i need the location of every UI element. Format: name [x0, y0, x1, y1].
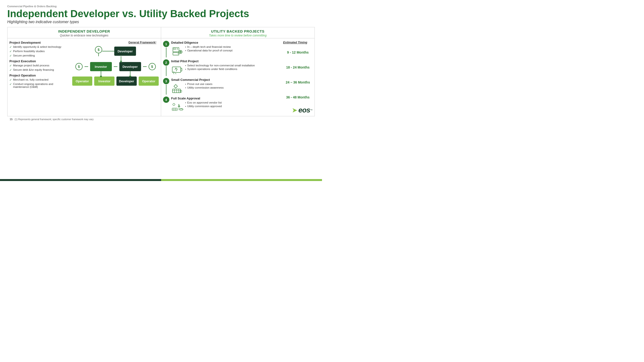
- timing-column: Estimated Timing 9 - 12 Months 18 - 24 M…: [281, 41, 312, 114]
- page-number: 15: [10, 118, 12, 121]
- section-ops-title: Project Operation: [10, 74, 70, 77]
- framework-diagram-area: General Framework¹ $ Developer: [72, 41, 159, 89]
- footer-note: (1) Represents general framework; specif…: [14, 118, 94, 121]
- stage-3-content: Small Commercial Project: [171, 78, 282, 95]
- left-col-content: Project Development Identify opportunity…: [8, 38, 161, 92]
- svg-line-45: [182, 109, 182, 109]
- timing-2: 18 - 24 Months: [286, 65, 310, 69]
- svg-rect-10: [181, 68, 182, 71]
- framework-title: General Framework¹: [128, 41, 156, 44]
- bottom-bar-light: [161, 179, 322, 181]
- developer-box-bottom: Developer: [116, 76, 137, 86]
- check-item-1: Identify opportunity & select technology: [10, 45, 70, 49]
- page: Commercial Pipeline & Orders Backlog Ind…: [0, 0, 322, 181]
- section-exec-title: Project Execution: [10, 59, 70, 63]
- timing-3: 24 – 36 Months: [286, 80, 310, 84]
- svg-line-14: [176, 69, 177, 71]
- check-item-6: Merchant vs. fully contracted: [10, 78, 70, 82]
- bottom-bar: [0, 179, 322, 181]
- stage-circle-4: 4: [163, 96, 169, 103]
- bullet-2-2: System operations under field conditions: [185, 67, 255, 70]
- bullet-3-1: Prove out use cases: [185, 82, 224, 85]
- left-text-sections: Project Development Identify opportunity…: [10, 41, 70, 89]
- dollar-circle-left: $: [75, 63, 82, 70]
- check-item-2: Perform feasibility studies: [10, 50, 70, 53]
- stage-4: 4 Full Scale Approval: [163, 96, 282, 113]
- stage-1-content: Detailed Diligence: [171, 41, 282, 57]
- check-item-3: Secure permitting: [10, 54, 70, 57]
- footer: 15 (1) Represents general framework; spe…: [7, 116, 315, 122]
- stage-4-content: Full Scale Approval: [171, 96, 282, 113]
- investor-box-mid: Investor: [90, 62, 112, 71]
- developer-box-mid: Developer: [119, 62, 141, 71]
- stage-4-bullets: Eos on approved vendor list Utility comm…: [185, 101, 222, 108]
- right-col-subtitle: Takes more time to review before committ…: [164, 34, 312, 37]
- stage-1-icon: [171, 45, 183, 57]
- main-title: Independent Developer vs. Utility Backed…: [7, 8, 315, 19]
- stage-3-bullets: Prove out use cases Utility commission a…: [185, 82, 224, 90]
- dollar-circle-top: $: [95, 46, 102, 53]
- stage-4-title: Full Scale Approval: [171, 96, 282, 100]
- bottom-bar-dark: [0, 179, 161, 181]
- svg-rect-40: [180, 109, 182, 110]
- eos-brand-text: eos: [298, 106, 310, 114]
- bullet-2-1: Select technology for non-commercial sma…: [185, 64, 255, 67]
- main-content: INDEPENDENT DEVELOPER Quicker to embrace…: [7, 27, 315, 116]
- right-col-title: UTILITY BACKED PROJECTS: [164, 29, 312, 33]
- right-column: UTILITY BACKED PROJECTS Takes more time …: [161, 27, 315, 116]
- stage-1-title: Detailed Diligence: [171, 41, 282, 44]
- left-col-title: INDEPENDENT DEVELOPER: [10, 29, 158, 33]
- right-col-header: UTILITY BACKED PROJECTS Takes more time …: [161, 27, 315, 38]
- operator-box-right: Operator: [139, 76, 159, 86]
- stages-list: 1 Detailed Diligence: [163, 41, 282, 114]
- svg-rect-41: [182, 109, 183, 110]
- left-col-subtitle: Quicker to embrace new technologies: [10, 34, 158, 37]
- eos-leaf-icon: ➤: [292, 106, 297, 114]
- stage-2-content: Initial Pilot Project: [171, 59, 282, 76]
- stage-2-bullets: Select technology for non-commercial sma…: [185, 64, 255, 71]
- italic-subtitle: Highlighting two indicative customer typ…: [7, 20, 315, 24]
- stage-2: 2 Initial Pilot Project: [163, 59, 282, 76]
- bullet-3-2: Utility commission awareness: [185, 86, 224, 89]
- developer-box-top: Developer: [114, 46, 136, 56]
- section-dev-title: Project Development: [10, 41, 70, 44]
- operator-box-left: Operator: [72, 76, 92, 86]
- stage-1: 1 Detailed Diligence: [163, 41, 282, 57]
- right-content: 1 Detailed Diligence: [161, 38, 315, 116]
- bullet-1-1: In – depth tech and financial review: [185, 45, 232, 48]
- stage-2-title: Initial Pilot Project: [171, 59, 282, 63]
- timing-1: 9 - 12 Months: [287, 50, 308, 54]
- left-col-header: INDEPENDENT DEVELOPER Quicker to embrace…: [8, 27, 161, 38]
- left-column: INDEPENDENT DEVELOPER Quicker to embrace…: [8, 27, 161, 116]
- svg-line-16: [173, 73, 174, 74]
- eos-logo-area: ➤ eos ™: [283, 106, 312, 114]
- check-item-7: Conduct ongoing operations and maintenan…: [10, 82, 70, 88]
- stage-2-icon: [171, 64, 183, 76]
- svg-point-2: [177, 48, 178, 49]
- bullet-4-1: Eos on approved vendor list: [185, 101, 222, 104]
- check-item-5: Secure debt &/or equity financing: [10, 68, 70, 72]
- stage-4-icon: [171, 101, 183, 113]
- eos-trademark: ™: [310, 109, 312, 111]
- check-item-4: Manage project build process: [10, 64, 70, 67]
- dollar-circle-right: $: [148, 63, 156, 70]
- stage-3-title: Small Commercial Project: [171, 78, 282, 82]
- svg-rect-1: [174, 48, 176, 49]
- investor-box-bottom: Investor: [94, 76, 114, 86]
- stage-1-bullets: In – depth tech and financial review Ope…: [185, 45, 232, 53]
- header-label: Commercial Pipeline & Orders Backlog: [7, 5, 315, 8]
- svg-line-17: [175, 73, 176, 74]
- svg-point-4: [178, 53, 178, 54]
- stage-circle-3: 3: [163, 78, 169, 84]
- stage-3: 3 Small Commercial Project: [163, 78, 282, 95]
- bullet-1-2: Operational data for proof of concept: [185, 49, 232, 52]
- svg-point-18: [174, 85, 177, 88]
- timing-4: 36 - 48 Months: [286, 95, 310, 99]
- timing-title: Estimated Timing: [283, 41, 312, 44]
- stage-circle-1: 1: [163, 41, 169, 47]
- bullet-4-2: Utility commission approved: [185, 105, 222, 108]
- stage-3-icon: [171, 82, 183, 95]
- svg-point-29: [173, 103, 175, 106]
